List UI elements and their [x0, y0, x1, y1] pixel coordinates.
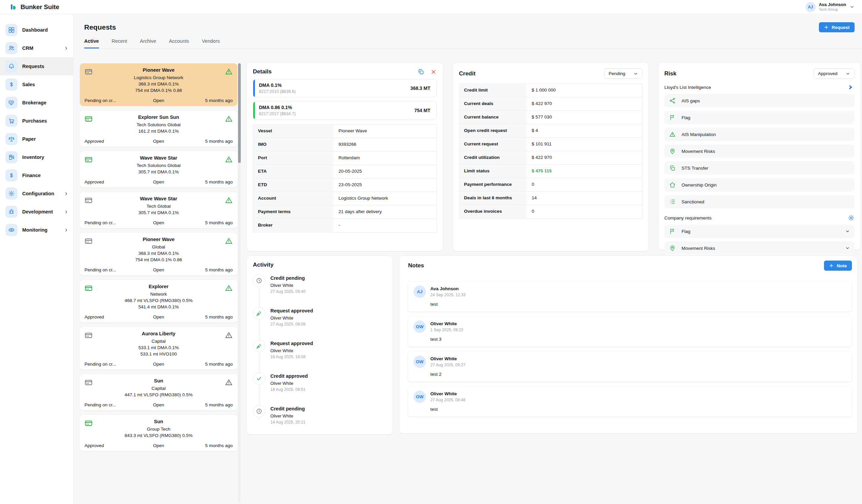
credit-card-icon — [84, 196, 95, 204]
request-card[interactable]: Pioneer Wave Global 368.3 mt DMA 0.1% 75… — [80, 233, 237, 275]
note-item: OW Oliver White 27 Aug 2025, 09:27 test … — [408, 352, 852, 382]
request-card[interactable]: Explorer Network 468.7 mt VLSFO (RMG380)… — [80, 280, 237, 322]
fuel-spec: 8217:2010 ($639.6) — [259, 89, 410, 94]
add-note-label: Note — [837, 263, 847, 268]
table-row: IMO9393266 — [253, 138, 436, 151]
sidebar-item-brokerage[interactable]: Brokerage — [0, 94, 73, 112]
account-name: Capital — [95, 386, 223, 391]
status-text: Approved — [84, 315, 153, 319]
scrollbar-thumb[interactable] — [238, 63, 241, 163]
request-card[interactable]: Aurora Liberty Capital 533.1 mt DMA 0.1%… — [80, 327, 237, 370]
vessel-name: Sun — [95, 419, 223, 424]
product-line: 533.1 mt HVO100 — [95, 352, 223, 357]
request-card[interactable]: Sun Capital 447.1 mt VLSFO (RMG380) 0.5%… — [80, 374, 237, 410]
risk-status-select[interactable]: Approved — [813, 68, 854, 79]
bell-icon — [5, 60, 17, 72]
activity-item: Credit pending Oliver White 14 Aug 2025,… — [253, 405, 387, 425]
chevron-right-icon — [64, 228, 68, 232]
request-card[interactable]: Pioneer Wave Logistics Group Network 368… — [80, 63, 237, 106]
tab-archive[interactable]: Archive — [140, 38, 156, 49]
credit-card-icon — [84, 114, 95, 123]
sidebar-item-label: Purchases — [22, 118, 47, 123]
close-icon[interactable] — [430, 69, 437, 75]
users-icon — [5, 42, 17, 54]
credit-status-select[interactable]: Pending — [604, 68, 642, 79]
page-title: Requests — [84, 23, 116, 31]
table-row: Deals in last 6 months14 — [459, 191, 642, 205]
request-card[interactable]: Sun Group Tech 843.3 mt VLSFO (RMG380) 0… — [80, 415, 237, 451]
risk-check-flag: Flag — [664, 111, 854, 124]
credit-title: Credit — [459, 70, 475, 77]
status-text: Pending on cr... — [84, 220, 153, 225]
risk-check-label: Flag — [681, 115, 690, 120]
time-text: 5 months ago — [164, 361, 233, 367]
account-name: Capital — [95, 339, 223, 344]
sidebar-item-purchases[interactable]: Purchases — [0, 112, 73, 130]
sidebar-item-label: Requests — [22, 64, 44, 69]
chevron-down-icon — [845, 229, 850, 234]
request-card[interactable]: Explorer Sun Sun Tech Solutions Global 1… — [80, 110, 237, 147]
risk-check-label: Movement Risks — [681, 149, 715, 154]
sidebar-item-monitoring[interactable]: Monitoring — [0, 221, 73, 239]
fuel-item: DMA 0.86 0.1% 8217:2017 ($634.7) 754 MT — [253, 101, 437, 120]
note-item: AJ Ava Johnson 24 Sep 2025, 12:33 test — [408, 281, 852, 312]
sidebar-item-development[interactable]: Development — [0, 203, 73, 221]
chevron-down-icon — [850, 4, 854, 10]
table-row: Payment terms21 days after delivery — [253, 205, 436, 219]
activity-item: Credit pending Oliver White 27 Aug 2025,… — [253, 274, 387, 307]
sidebar-item-sales[interactable]: Sales — [0, 76, 73, 94]
dollar-icon — [5, 169, 17, 182]
avatar: OW — [414, 320, 426, 333]
note-item: OW Oliver White 27 Aug 2025, 08:46 test — [408, 386, 852, 417]
user-menu[interactable]: AJ Ava Johnson Tech Group — [806, 2, 854, 12]
risk-check-sts-transfer: STS Transfer — [664, 161, 854, 175]
warning-triangle-icon — [225, 114, 233, 122]
status-text: Pending on cr... — [84, 361, 153, 367]
vessel-name: Wave Wave Star — [95, 155, 223, 161]
credit-card-icon — [84, 67, 95, 76]
sidebar-item-configuration[interactable]: Configuration — [0, 185, 73, 203]
add-note-button[interactable]: Note — [824, 261, 852, 271]
sidebar-item-requests[interactable]: Requests — [0, 57, 73, 76]
product-line: 754 mt DMA 0.1% 0.86 — [95, 88, 223, 93]
location-pin-icon — [669, 148, 676, 155]
product-line: 368.3 mt DMA 0.1% — [95, 81, 223, 87]
brand-logo-icon — [10, 3, 17, 11]
table-row: Payment performance0 — [459, 178, 642, 191]
account-name: Tech Solutions Global — [95, 122, 223, 127]
sidebar-item-inventory[interactable]: Inventory — [0, 148, 73, 166]
fuel-qty: 368.3 MT — [410, 85, 432, 91]
account-name: Global — [95, 244, 223, 250]
sidebar-item-crm[interactable]: CRM — [0, 39, 73, 57]
sidebar-item-dashboard[interactable]: Dashboard — [0, 21, 73, 39]
vessel-name: Pioneer Wave — [95, 236, 223, 242]
time-text: 5 months ago — [164, 139, 233, 144]
gear-icon[interactable] — [848, 214, 854, 221]
tab-recent[interactable]: Recent — [112, 38, 127, 49]
check-icon — [253, 372, 265, 385]
credit-card-icon — [84, 378, 95, 386]
copy-icon[interactable] — [418, 68, 424, 75]
tab-active[interactable]: Active — [84, 38, 99, 49]
add-request-button[interactable]: Request — [819, 22, 854, 32]
tab-accounts[interactable]: Accounts — [169, 38, 189, 49]
time-text: 5 months ago — [164, 402, 233, 407]
scales-icon — [5, 133, 17, 145]
company-check-flag[interactable]: Flag — [664, 225, 854, 238]
flag-icon — [669, 228, 676, 235]
chevron-right-icon — [64, 191, 68, 196]
request-card[interactable]: Wave Wave Star Tech Global 305.7 mt DMA … — [80, 192, 237, 228]
sidebar-item-finance[interactable]: Finance — [0, 166, 73, 185]
list-scrollbar[interactable] — [238, 63, 241, 503]
tab-bar: Active Recent Archive Accounts Vendors — [84, 38, 862, 49]
sidebar-item-paper[interactable]: Paper — [0, 130, 73, 148]
credit-panel: Credit Pending Credit limit$ 1 000 000 C… — [453, 63, 649, 251]
company-check-movement-risks[interactable]: Movement Risks — [664, 241, 854, 255]
home-icon — [669, 182, 676, 188]
product-line: 533.1 mt DMA 0.1% — [95, 345, 223, 350]
tab-vendors[interactable]: Vendors — [202, 38, 220, 49]
chevron-right-icon — [64, 210, 68, 214]
table-row: Open credit request$ 4 — [459, 124, 642, 138]
request-card[interactable]: Wave Wave Star Tech Solutions Global 305… — [80, 151, 237, 187]
state-text: Open — [153, 315, 164, 319]
